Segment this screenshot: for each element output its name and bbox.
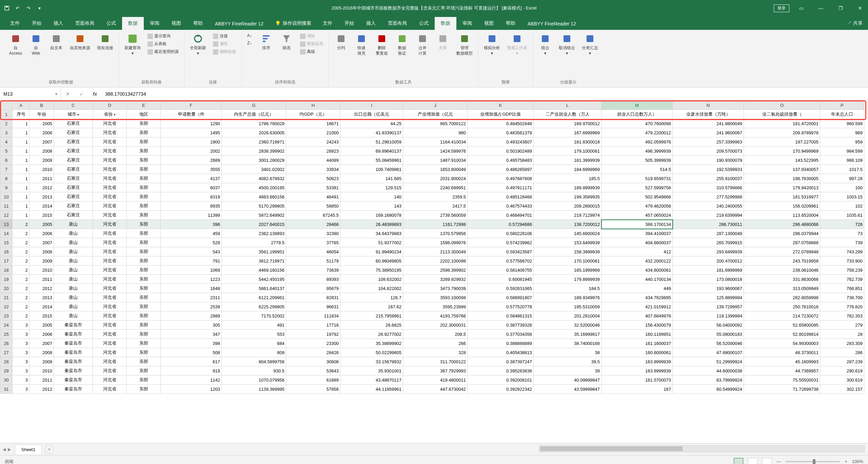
cell[interactable]: 161.5700073 xyxy=(601,375,673,385)
cell[interactable]: 23300 xyxy=(286,339,340,348)
cell[interactable]: 0.60081945 xyxy=(468,275,534,284)
ribbon-subitem[interactable]: 高级 xyxy=(299,48,324,55)
cell[interactable]: 969 xyxy=(820,128,864,137)
cell[interactable]: 2360.719971 xyxy=(222,137,286,147)
cell[interactable]: 2009 xyxy=(29,256,54,266)
cell[interactable]: 3812.719971 xyxy=(222,256,286,266)
cell[interactable]: 412 xyxy=(601,247,673,256)
cell[interactable]: 432.2000122 xyxy=(601,256,673,266)
cell[interactable]: 东部 xyxy=(127,275,161,284)
cell[interactable]: 169.1680078 xyxy=(340,211,403,220)
cell[interactable]: 282.8059998 xyxy=(744,293,820,302)
header-cell[interactable]: 序号 xyxy=(13,110,29,119)
cell[interactable]: 东部 xyxy=(127,284,161,293)
cell[interactable]: 240.2400055 xyxy=(673,201,744,211)
cell[interactable]: 38.74000168 xyxy=(534,339,601,348)
cell[interactable]: 782.353 xyxy=(820,311,864,321)
cell[interactable]: 1290 xyxy=(161,119,222,128)
cell[interactable]: 181.4720001 xyxy=(744,119,820,128)
header-cell[interactable]: 出口总额（亿美元 xyxy=(340,110,403,119)
cell[interactable]: 30606 xyxy=(286,357,340,366)
cell[interactable]: 2012 xyxy=(29,183,54,192)
cell[interactable]: 58850 xyxy=(286,201,340,211)
row-header[interactable]: 1 xyxy=(0,110,13,119)
select-all-corner[interactable] xyxy=(0,101,13,110)
cell[interactable]: 3555 xyxy=(161,165,222,174)
cell[interactable]: 241.8800049 xyxy=(673,119,744,128)
cell[interactable]: 河北省 xyxy=(93,137,127,147)
cell[interactable]: 398 xyxy=(161,339,222,348)
column-header[interactable]: P xyxy=(820,101,864,110)
cell[interactable]: 2359.5 xyxy=(403,192,468,201)
cell[interactable]: 河北省 xyxy=(93,119,127,128)
cell[interactable]: 404.6600037 xyxy=(601,238,673,247)
cell[interactable]: 2015 xyxy=(29,211,54,220)
cell[interactable]: 51.29810059 xyxy=(340,137,403,147)
header-cell[interactable]: 年末总人口 xyxy=(820,110,864,119)
cell[interactable]: 0.395263836 xyxy=(468,366,534,375)
share-button[interactable]: ↗ 共享 xyxy=(847,17,863,30)
cell[interactable]: 209.8789978 xyxy=(744,128,820,137)
cell[interactable]: 0.484502848 xyxy=(468,119,534,128)
cell[interactable]: 东部 xyxy=(127,220,161,229)
cell[interactable]: 125.8899994 xyxy=(673,293,744,302)
cell[interactable]: 170.1000061 xyxy=(534,256,601,266)
cell[interactable]: 河北省 xyxy=(93,147,127,156)
cell[interactable]: 5442.450195 xyxy=(222,275,286,284)
cell[interactable]: 71.72699738 xyxy=(744,385,820,394)
cell[interactable]: 449 xyxy=(601,284,673,293)
cell[interactable]: 4500.200195 xyxy=(222,183,286,192)
cell[interactable]: 287.0759888 xyxy=(744,238,820,247)
name-box[interactable]: ▾ xyxy=(0,88,61,100)
cell[interactable]: 55.08000183 xyxy=(673,330,744,339)
cell[interactable]: 2012 xyxy=(29,284,54,293)
cell[interactable]: 44089 xyxy=(286,156,340,165)
view-layout-button[interactable] xyxy=(748,458,757,464)
row-header[interactable]: 29 xyxy=(0,366,13,375)
row-header[interactable]: 30 xyxy=(0,375,13,385)
cell[interactable]: 209.5700073 xyxy=(673,147,744,156)
cell[interactable]: 53381 xyxy=(286,183,340,192)
row-header[interactable]: 23 xyxy=(0,311,13,321)
cell[interactable]: 179.8999939 xyxy=(534,275,601,284)
cell[interactable]: 唐山 xyxy=(54,311,93,321)
tell-me[interactable]: 💡 操作说明搜索 xyxy=(270,17,317,30)
cell[interactable]: 287.1300049 xyxy=(673,229,744,238)
cell[interactable]: 1164.410034 xyxy=(403,137,468,147)
row-header[interactable]: 24 xyxy=(0,321,13,330)
cell[interactable]: 407.6849976 xyxy=(601,311,673,321)
cell[interactable]: 192.5399933 xyxy=(673,165,744,174)
tab-数据[interactable]: 数据 xyxy=(435,17,456,30)
cell[interactable]: 东部 xyxy=(127,375,161,385)
cell[interactable]: 102 xyxy=(820,201,864,211)
cell[interactable]: 26.48389893 xyxy=(340,220,403,229)
cell[interactable]: 东部 xyxy=(127,156,161,165)
cell[interactable]: 111834 xyxy=(286,311,340,321)
row-header[interactable]: 5 xyxy=(0,147,13,156)
cell[interactable]: 51.29999924 xyxy=(673,357,744,366)
cell[interactable]: 279 xyxy=(820,321,864,330)
cell[interactable]: 2009 xyxy=(29,156,54,165)
cell[interactable]: 1 xyxy=(13,211,29,220)
cell[interactable]: 980 xyxy=(403,128,468,137)
cell[interactable]: 459 xyxy=(161,229,222,238)
cell[interactable]: 496.3999939 xyxy=(601,147,673,156)
cell[interactable]: 766.851 xyxy=(820,284,864,293)
cell[interactable]: 2010 xyxy=(29,165,54,174)
cell[interactable]: 1 xyxy=(13,119,29,128)
cell[interactable]: 302.157 xyxy=(820,385,864,394)
cell[interactable]: 67245.5 xyxy=(286,211,340,220)
cell[interactable]: 东部 xyxy=(127,339,161,348)
ribbon-subitem[interactable]: 属性 xyxy=(212,40,237,47)
cell[interactable]: 8935 xyxy=(161,201,222,211)
cell[interactable]: 479.4620056 xyxy=(601,201,673,211)
ribbon-button[interactable]: 合并计算 xyxy=(413,32,432,57)
cell[interactable]: 2 xyxy=(13,266,29,275)
header-cell[interactable]: 省份 ▾ xyxy=(93,110,127,119)
cell[interactable]: 51179 xyxy=(286,256,340,266)
cell[interactable]: 0.405438813 xyxy=(468,348,534,357)
cell[interactable]: 石家庄 xyxy=(54,119,93,128)
cell[interactable]: 2008 xyxy=(29,348,54,357)
horizontal-scrollbar[interactable] xyxy=(539,445,865,452)
cell[interactable]: 543 xyxy=(161,247,222,256)
